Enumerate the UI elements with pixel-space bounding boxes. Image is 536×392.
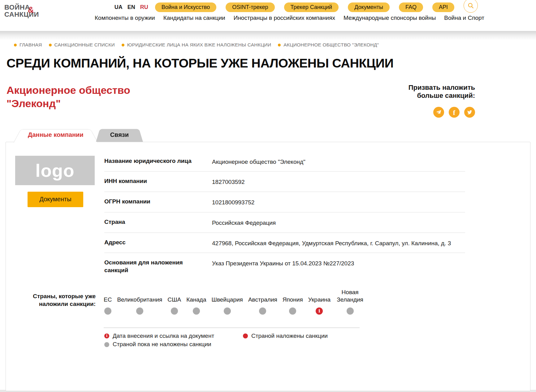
nav-war-and-sport[interactable]: Война и Спорт (444, 15, 484, 21)
facebook-icon[interactable]: f (449, 107, 460, 118)
breadcrumb-current-company: АКЦИОНЕРНОЕ ОБЩЕСТВО "ЭЛЕКОНД" (278, 42, 379, 48)
lang-en[interactable]: EN (128, 4, 135, 11)
company-name: Акционерное общество "Элеконд" (6, 84, 180, 118)
field-label: ОГРН компании (104, 198, 212, 206)
company-tabs: Данные компании Связи (18, 128, 536, 142)
breadcrumb-dot-icon (122, 44, 124, 46)
main-nav: Компоненты в оружии Кандидаты на санкции… (51, 15, 536, 21)
main-content: ГЛАВНАЯ САНКЦИОННЫЕ СПИСКИ ЮРИДИЧЕСКИЕ Л… (0, 42, 536, 391)
country-eu: ЕС (104, 288, 112, 315)
breadcrumb-label[interactable]: ГЛАВНАЯ (19, 42, 42, 48)
breadcrumb-legal-entities[interactable]: ЮРИДИЧЕСКИЕ ЛИЦА НА ЯКИХ ВЖЕ НАЛОЖЕНЫ СА… (122, 42, 271, 48)
company-data-table: Название юридического лица Акционерное о… (104, 151, 465, 280)
countries-label: Страны, которые уже наложили санкции: (19, 288, 96, 315)
field-label: ИНН компании (104, 177, 212, 185)
pill-faq[interactable]: FAQ (399, 2, 423, 12)
country-canada: Канада (186, 288, 206, 315)
field-label: Основания для наложения санкций (104, 259, 212, 274)
country-japan: Япония (283, 288, 303, 315)
table-row: ОГРН компании 1021800993752 (104, 192, 465, 212)
table-row: Адресс 427968, Российская Федерация, Удм… (104, 233, 465, 253)
legend-item-sanctioned: Страной наложены санкции (243, 333, 328, 340)
breadcrumb-label[interactable]: САНКЦИОННЫЕ СПИСКИ (54, 42, 115, 48)
country-uk: Великобритания (117, 288, 162, 315)
pill-sanctions-tracker[interactable]: Трекер Санкций (284, 2, 339, 12)
site-logo[interactable]: ВОЙНА & САНКЦИИ (4, 4, 51, 31)
breadcrumb-label[interactable]: ЮРИДИЧЕСКИЕ ЛИЦА НА ЯКИХ ВЖЕ НАЛОЖЕНЫ СА… (127, 42, 271, 48)
field-value: 1827003592 (212, 177, 245, 186)
header-top-row: UA EN RU Война и Искусство OSINT-трекер … (51, 2, 536, 12)
field-value: Указ Президента Украины от 15.04.2023 №2… (212, 259, 354, 268)
status-dot (136, 307, 143, 315)
status-dot (193, 307, 200, 315)
breadcrumb-home[interactable]: ГЛАВНАЯ (14, 42, 42, 48)
pill-osint-tracker[interactable]: OSINT-трекер (226, 2, 274, 12)
breadcrumb-dot-icon (278, 44, 281, 46)
breadcrumb-dot-icon (14, 44, 17, 46)
status-dot (289, 307, 296, 315)
status-dot (259, 307, 266, 315)
cta-text: Призвать наложить больше санкций: (399, 84, 475, 100)
field-value: Акционерное общество "Элеконд" (212, 157, 305, 166)
table-row: Основания для наложения санкций Указ Пре… (104, 253, 465, 280)
country-australia: Австралия (248, 288, 277, 315)
red-dot-icon (243, 333, 248, 338)
pill-api[interactable]: API (432, 2, 454, 12)
nav-foreigners-in-companies[interactable]: Иностранцы в российских компаниях (234, 15, 335, 21)
nav-weapon-components[interactable]: Компоненты в оружии (95, 15, 155, 21)
table-row: Название юридического лица Акционерное о… (104, 151, 465, 172)
header-shadow (0, 31, 536, 40)
page-title: СРЕДИ КОМПАНИЙ, НА КОТОРЫЕ УЖЕ НАЛОЖЕНЫ … (6, 56, 536, 71)
field-value: Российская Федерация (212, 218, 276, 227)
company-data-panel: logo Документы Название юридического лиц… (6, 142, 530, 391)
lang-ru[interactable]: RU (140, 4, 148, 11)
info-icon (104, 333, 109, 338)
logo-line1: ВОЙНА (4, 4, 51, 11)
status-dot (171, 307, 178, 315)
logo-ampersand: & (28, 7, 34, 14)
status-dot (347, 307, 354, 315)
field-label: Название юридического лица (104, 157, 212, 165)
language-switcher: UA EN RU (115, 4, 148, 11)
country-ukraine: Украина (308, 288, 331, 315)
legend-item-not-sanctioned: Страной пока не наложены санкции (104, 341, 243, 348)
call-to-action: Призвать наложить больше санкций: f (399, 84, 475, 118)
company-logo-placeholder: logo (15, 156, 95, 185)
social-share-row: f (399, 107, 475, 118)
nav-sanction-candidates[interactable]: Кандидаты на санкции (163, 15, 225, 21)
legend-item-info: Дата внесения и ссылка на документ (104, 333, 243, 340)
table-row: Страна Российская Федерация (104, 212, 465, 233)
lang-ua[interactable]: UA (115, 4, 123, 11)
twitter-icon[interactable] (464, 107, 475, 118)
field-value: 427968, Российская Федерация, Удмуртская… (212, 239, 451, 247)
info-icon[interactable] (316, 307, 323, 315)
telegram-icon[interactable] (433, 107, 444, 118)
country-switzerland: Швейцария (212, 288, 243, 315)
breadcrumb: ГЛАВНАЯ САНКЦИОННЫЕ СПИСКИ ЮРИДИЧЕСКИЕ Л… (14, 42, 536, 48)
logo-line2: САНКЦИИ (4, 11, 51, 18)
field-label: Адресс (104, 239, 212, 246)
tab-company-data[interactable]: Данные компании (18, 128, 93, 142)
breadcrumb-label: АКЦИОНЕРНОЕ ОБЩЕСТВО "ЭЛЕКОНД" (283, 42, 379, 48)
nav-war-sponsors[interactable]: Международные спонсоры войны (344, 15, 436, 21)
field-value: 1021800993752 (212, 198, 254, 207)
documents-button[interactable]: Документы (28, 192, 83, 207)
field-label: Страна (104, 218, 212, 226)
status-dot (224, 307, 231, 315)
tab-relations[interactable]: Связи (100, 128, 139, 142)
search-icon[interactable] (464, 0, 478, 13)
legend: Дата внесения и ссылка на документ Стран… (104, 333, 521, 350)
pill-documents[interactable]: Документы (348, 2, 390, 12)
breadcrumb-sanction-lists[interactable]: САНКЦИОННЫЕ СПИСКИ (49, 42, 115, 48)
site-header: ВОЙНА & САНКЦИИ UA EN RU Война и Искусст… (0, 0, 536, 31)
gray-dot-icon (104, 342, 109, 347)
countries-list: ЕС Великобритания США Канада Швейцария (104, 288, 364, 315)
pill-war-and-art[interactable]: Война и Искусство (155, 2, 217, 12)
breadcrumb-dot-icon (49, 44, 52, 46)
country-usa: США (167, 288, 181, 315)
table-row: ИНН компании 1827003592 (104, 172, 465, 192)
country-new-zealand: Новая Зеландия (336, 288, 364, 315)
status-dot (104, 307, 111, 315)
legend-divider (104, 328, 360, 328)
sanction-countries-section: Страны, которые уже наложили санкции: ЕС… (15, 288, 521, 315)
